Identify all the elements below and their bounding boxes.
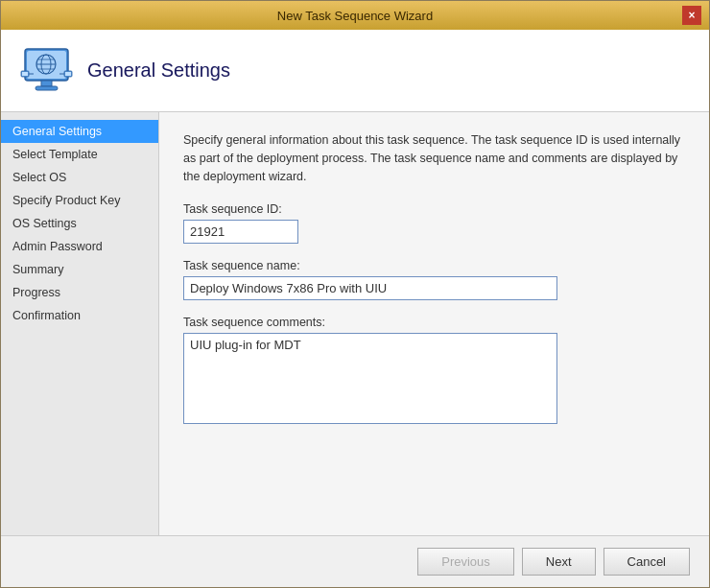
task-sequence-id-group: Task sequence ID:	[183, 202, 685, 244]
task-sequence-name-group: Task sequence name:	[183, 259, 685, 300]
title-bar: New Task Sequence Wizard ×	[1, 1, 709, 30]
task-sequence-id-input[interactable]	[183, 220, 298, 244]
main-content: Specify general information about this t…	[159, 112, 709, 535]
wizard-icon	[20, 44, 73, 97]
main-window: New Task Sequence Wizard ×	[0, 0, 710, 588]
sidebar-item-general-settings[interactable]: General Settings	[1, 120, 158, 143]
sidebar-item-os-settings[interactable]: OS Settings	[1, 212, 158, 235]
page-title: General Settings	[87, 59, 230, 82]
svg-rect-10	[22, 72, 28, 76]
sidebar: General Settings Select Template Select …	[1, 112, 159, 535]
cancel-button[interactable]: Cancel	[604, 548, 690, 576]
task-sequence-comments-input[interactable]	[183, 333, 557, 424]
task-sequence-comments-group: Task sequence comments:	[183, 316, 685, 427]
svg-rect-8	[36, 86, 58, 90]
close-button[interactable]: ×	[682, 6, 701, 25]
task-sequence-id-label: Task sequence ID:	[183, 202, 685, 216]
sidebar-item-select-template[interactable]: Select Template	[1, 143, 158, 166]
previous-button[interactable]: Previous	[417, 548, 514, 576]
sidebar-item-select-os[interactable]: Select OS	[1, 166, 158, 189]
sidebar-item-progress[interactable]: Progress	[1, 281, 158, 304]
task-sequence-name-label: Task sequence name:	[183, 259, 685, 272]
sidebar-item-specify-product-key[interactable]: Specify Product Key	[1, 189, 158, 212]
next-button[interactable]: Next	[522, 548, 596, 576]
window-title: New Task Sequence Wizard	[28, 9, 682, 23]
footer-area: Previous Next Cancel	[1, 535, 709, 587]
sidebar-item-confirmation[interactable]: Confirmation	[1, 304, 158, 327]
task-sequence-name-input[interactable]	[183, 276, 557, 300]
task-sequence-comments-label: Task sequence comments:	[183, 316, 685, 329]
svg-rect-12	[65, 72, 71, 76]
content-area: General Settings Select Template Select …	[1, 112, 709, 535]
sidebar-item-summary[interactable]: Summary	[1, 258, 158, 281]
description-text: Specify general information about this t…	[183, 131, 685, 185]
sidebar-item-admin-password[interactable]: Admin Password	[1, 235, 158, 258]
header-area: General Settings	[1, 30, 709, 112]
svg-rect-7	[41, 81, 52, 86]
